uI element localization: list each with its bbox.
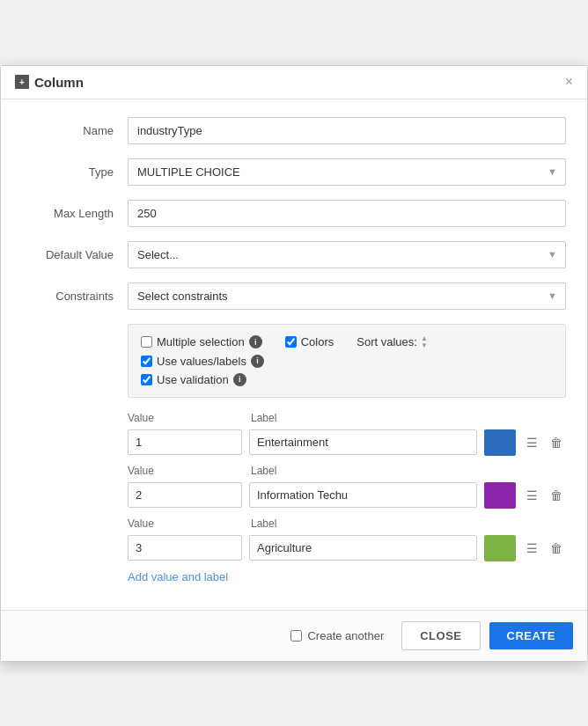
- use-validation-label: Use validation: [157, 373, 229, 386]
- label-col-header-2: Label: [251, 517, 566, 530]
- value-input-1[interactable]: [128, 482, 242, 508]
- max-length-row: Max Length: [22, 200, 566, 227]
- type-select-wrapper: MULTIPLE CHOICE ▼: [128, 158, 566, 186]
- constraints-label: Constraints: [22, 290, 128, 303]
- use-values-labels-info-icon[interactable]: i: [251, 355, 264, 368]
- value-row-header-0: Value Label: [128, 412, 566, 424]
- delete-button-2[interactable]: 🗑: [547, 539, 566, 557]
- dialog-header: + Column ×: [1, 66, 587, 99]
- default-value-select[interactable]: Select...: [128, 241, 566, 268]
- dialog-footer: Create another CLOSE CREATE: [1, 610, 587, 661]
- options-row-1: Multiple selection i Colors Sort values:…: [141, 335, 553, 349]
- multiple-selection-check-label[interactable]: Multiple selection i: [141, 335, 262, 348]
- reorder-button-1[interactable]: ☰: [523, 487, 541, 504]
- constraints-select[interactable]: Select constraints: [128, 282, 566, 310]
- use-values-labels-check-label[interactable]: Use values/labels i: [141, 355, 264, 368]
- use-validation-check-label[interactable]: Use validation i: [141, 373, 246, 386]
- dialog-body: Name Type MULTIPLE CHOICE ▼ Max Length D…: [1, 99, 587, 610]
- default-value-label: Default Value: [22, 248, 128, 261]
- color-swatch-2[interactable]: [484, 535, 516, 561]
- value-row-header-1: Value Label: [128, 465, 566, 477]
- value-entry-2: ☰ 🗑: [128, 535, 566, 561]
- sort-values-group: Sort values: ▲ ▼: [356, 335, 428, 349]
- create-another-text: Create another: [307, 629, 384, 642]
- value-row-header-2: Value Label: [128, 517, 566, 530]
- type-label: Type: [22, 165, 128, 179]
- type-row: Type MULTIPLE CHOICE ▼: [22, 158, 566, 186]
- options-row-3: Use validation i: [141, 373, 553, 386]
- sort-arrows[interactable]: ▲ ▼: [421, 335, 428, 349]
- label-input-0[interactable]: [249, 429, 477, 455]
- row-actions-2: ☰ 🗑: [523, 539, 566, 557]
- default-value-select-wrapper: Select... ▼: [128, 241, 566, 268]
- value-input-0[interactable]: [128, 429, 242, 455]
- value-entry-0: ☰ 🗑: [128, 429, 566, 456]
- reorder-button-0[interactable]: ☰: [523, 434, 541, 451]
- value-col-header-2: Value: [128, 517, 242, 530]
- create-another-checkbox[interactable]: [290, 630, 302, 642]
- colors-check-label[interactable]: Colors: [285, 335, 334, 348]
- name-label: Name: [22, 124, 128, 137]
- label-input-1[interactable]: [249, 482, 477, 508]
- colors-checkbox[interactable]: [285, 336, 297, 348]
- constraints-row: Constraints Select constraints ▼: [22, 282, 566, 310]
- sort-down-arrow[interactable]: ▼: [421, 342, 428, 349]
- value-input-2[interactable]: [128, 535, 242, 561]
- multiple-selection-info-icon[interactable]: i: [249, 335, 262, 348]
- reorder-button-2[interactable]: ☰: [523, 539, 541, 557]
- row-actions-1: ☰ 🗑: [523, 487, 566, 504]
- add-value-label-link[interactable]: Add value and label: [128, 570, 566, 583]
- delete-button-0[interactable]: 🗑: [547, 434, 566, 451]
- color-swatch-1[interactable]: [484, 482, 516, 509]
- default-value-row: Default Value Select... ▼: [22, 241, 566, 268]
- dialog-title: + Column: [15, 75, 84, 90]
- color-swatch-0[interactable]: [484, 429, 516, 456]
- column-dialog: + Column × Name Type MULTIPLE CHOICE ▼ M…: [0, 65, 588, 662]
- label-col-header-1: Label: [251, 465, 566, 477]
- create-another-label[interactable]: Create another: [290, 629, 384, 642]
- use-values-labels-checkbox[interactable]: [141, 356, 152, 367]
- multiple-selection-label: Multiple selection: [157, 335, 245, 348]
- type-select[interactable]: MULTIPLE CHOICE: [128, 158, 566, 186]
- options-box: Multiple selection i Colors Sort values:…: [128, 324, 566, 398]
- max-length-label: Max Length: [22, 207, 128, 220]
- label-col-header-0: Label: [251, 412, 566, 424]
- colors-label: Colors: [301, 335, 334, 348]
- name-input[interactable]: [128, 117, 566, 144]
- use-validation-info-icon[interactable]: i: [233, 373, 246, 386]
- max-length-input[interactable]: [128, 200, 566, 227]
- label-input-2[interactable]: [249, 535, 477, 561]
- values-section: Value Label ☰ 🗑 Value Label ☰ 🗑 Value La…: [128, 412, 566, 561]
- dialog-title-text: Column: [34, 75, 84, 90]
- multiple-selection-checkbox[interactable]: [141, 336, 152, 348]
- delete-button-1[interactable]: 🗑: [547, 487, 566, 504]
- value-col-header-1: Value: [128, 465, 242, 477]
- title-icon: +: [15, 75, 29, 89]
- sort-values-label: Sort values:: [356, 335, 417, 348]
- close-x-button[interactable]: ×: [565, 75, 573, 89]
- create-button[interactable]: CREATE: [489, 622, 573, 649]
- name-row: Name: [22, 117, 566, 144]
- row-actions-0: ☰ 🗑: [523, 434, 566, 451]
- options-row-2: Use values/labels i: [141, 355, 553, 368]
- value-entry-1: ☰ 🗑: [128, 482, 566, 509]
- value-col-header-0: Value: [128, 412, 242, 424]
- use-values-labels-label: Use values/labels: [157, 355, 246, 368]
- constraints-select-wrapper: Select constraints ▼: [128, 282, 566, 310]
- close-button[interactable]: CLOSE: [401, 621, 480, 650]
- use-validation-checkbox[interactable]: [141, 374, 152, 385]
